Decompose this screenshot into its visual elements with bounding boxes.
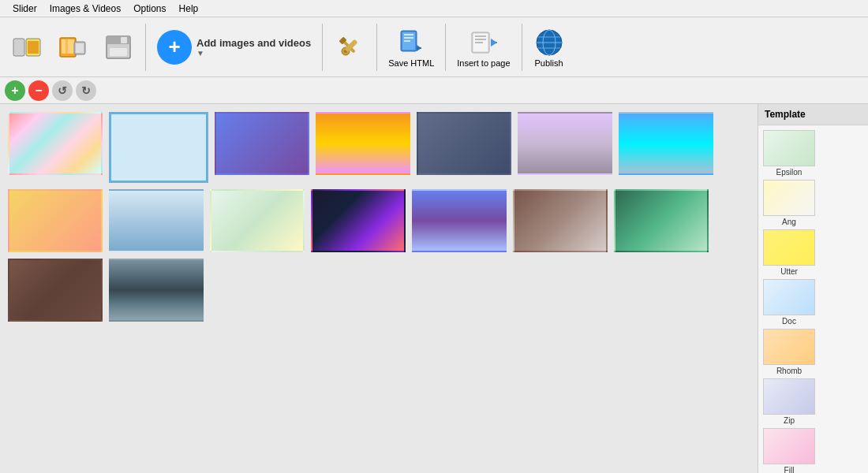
image-thumb-14[interactable] <box>614 189 709 252</box>
svg-rect-28 <box>475 42 483 43</box>
main-area: Template EpsilonAngUtterDocRhombZipFillM… <box>0 104 868 473</box>
image-thumb-6[interactable] <box>518 112 612 175</box>
svg-rect-26 <box>475 35 486 37</box>
save-html-button[interactable]: Save HTML <box>382 20 440 74</box>
add-item-button[interactable]: + <box>5 80 25 101</box>
template-panel-header: Template <box>758 104 868 125</box>
menu-help[interactable]: Help <box>173 2 205 16</box>
image-thumb-5[interactable] <box>417 112 511 175</box>
svg-rect-11 <box>110 48 127 56</box>
add-images-label: Add images and videos <box>196 37 311 49</box>
menubar: Slider Images & Videos Options Help <box>0 0 868 17</box>
insert-page-icon <box>468 27 499 58</box>
svg-rect-27 <box>475 39 486 40</box>
insert-page-label: Insert to page <box>457 58 510 68</box>
save-html-icon <box>395 27 427 58</box>
svg-rect-21 <box>404 40 410 42</box>
publish-button[interactable]: Publish <box>527 20 571 74</box>
template-panel: Template EpsilonAngUtterDocRhombZipFillM… <box>758 104 868 473</box>
images-videos-button[interactable] <box>51 20 95 74</box>
template-thumb-fill <box>763 428 815 464</box>
publish-label: Publish <box>535 58 563 68</box>
svg-rect-19 <box>404 34 413 35</box>
image-thumb-16[interactable] <box>109 259 204 322</box>
template-item-ang[interactable]: Ang <box>761 178 817 228</box>
add-images-button[interactable]: + Add images and videos ▼ <box>151 20 317 74</box>
svg-rect-10 <box>121 37 127 43</box>
separator-2 <box>322 24 323 71</box>
template-item-rhomb[interactable]: Rhomb <box>761 327 817 377</box>
save-html-label: Save HTML <box>388 58 434 68</box>
svg-rect-23 <box>417 47 421 49</box>
remove-item-button[interactable]: − <box>28 80 49 101</box>
template-name-fill: Fill <box>784 466 795 473</box>
separator-3 <box>376 24 377 71</box>
menu-options[interactable]: Options <box>127 2 172 16</box>
svg-rect-7 <box>76 43 84 53</box>
svg-rect-5 <box>65 39 68 54</box>
template-name-utter: Utter <box>780 267 798 276</box>
template-name-epsilon: Epsilon <box>776 168 803 177</box>
template-grid: EpsilonAngUtterDocRhombZipFillMattemplat… <box>758 125 868 473</box>
template-item-utter[interactable]: Utter <box>761 228 817 277</box>
svg-rect-2 <box>28 41 39 54</box>
image-thumb-3[interactable] <box>215 112 309 175</box>
template-name-doc: Doc <box>782 317 796 326</box>
template-thumb-rhomb <box>763 329 815 365</box>
image-thumb-10[interactable] <box>210 189 305 252</box>
image-thumb-1[interactable] <box>8 112 103 175</box>
template-thumb-doc <box>763 279 815 315</box>
options-button[interactable] <box>327 20 372 74</box>
rotate-left-button[interactable]: ↺ <box>52 80 73 101</box>
template-item-epsilon[interactable]: Epsilon <box>761 128 817 178</box>
template-item-zip[interactable]: Zip <box>761 377 817 426</box>
svg-rect-20 <box>404 37 413 39</box>
disk-icon <box>103 32 134 63</box>
image-thumb-8[interactable] <box>8 189 103 252</box>
toolbar: + Add images and videos ▼ <box>0 17 868 77</box>
disk-button[interactable] <box>96 20 140 74</box>
image-thumb-11[interactable] <box>311 189 406 252</box>
action-bar: + − ↺ ↻ <box>0 77 868 104</box>
template-name-ang: Ang <box>782 218 796 226</box>
template-thumb-utter <box>763 229 815 266</box>
image-thumb-7[interactable] <box>619 112 713 175</box>
svg-rect-0 <box>13 39 24 56</box>
svg-rect-30 <box>491 42 497 43</box>
image-thumb-12[interactable] <box>412 189 507 252</box>
template-name-zip: Zip <box>784 416 795 425</box>
template-item-fill[interactable]: Fill <box>761 426 817 473</box>
template-thumb-zip <box>763 378 815 415</box>
wrench-icon <box>334 32 365 63</box>
template-thumb-ang <box>763 180 815 216</box>
image-thumb-4[interactable] <box>316 112 410 175</box>
rotate-right-button[interactable]: ↻ <box>76 80 96 101</box>
slider-icon <box>11 32 43 63</box>
image-grid <box>8 112 750 322</box>
add-dropdown-arrow: ▼ <box>196 49 204 58</box>
add-circle-icon: + <box>157 30 192 65</box>
insert-page-button[interactable]: Insert to page <box>451 20 516 74</box>
template-name-rhomb: Rhomb <box>776 367 802 375</box>
image-thumb-13[interactable] <box>513 189 608 252</box>
image-thumb-2[interactable] <box>109 112 208 183</box>
publish-icon <box>533 27 565 58</box>
image-thumb-9[interactable] <box>109 189 204 252</box>
menu-slider[interactable]: Slider <box>6 2 43 16</box>
menu-images-videos[interactable]: Images & Videos <box>43 2 128 16</box>
template-item-doc[interactable]: Doc <box>761 277 817 327</box>
separator-5 <box>522 24 522 71</box>
image-thumb-15[interactable] <box>8 259 103 322</box>
image-grid-area <box>0 104 758 473</box>
template-thumb-epsilon <box>763 130 815 166</box>
separator-1 <box>145 24 146 71</box>
separator-4 <box>445 24 446 71</box>
images-videos-icon <box>57 32 88 63</box>
slider-button[interactable] <box>5 20 49 74</box>
